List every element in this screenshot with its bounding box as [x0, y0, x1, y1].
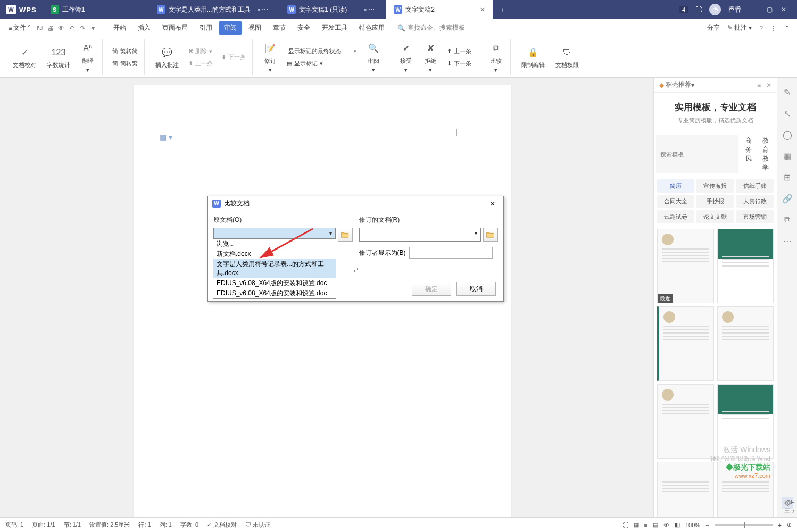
- template-search-input[interactable]: [656, 135, 738, 173]
- status-proof[interactable]: ✓ 文档校对: [207, 521, 237, 529]
- status-col[interactable]: 列: 1: [160, 521, 172, 529]
- chip-marketing[interactable]: 市场营销: [736, 210, 774, 223]
- show-markup-button[interactable]: ▤ 显示标记 ▾: [285, 59, 359, 69]
- dropdown-item-selected[interactable]: 文字是人类用符号记录表...的方式和工具.docx: [213, 259, 336, 278]
- tab-security[interactable]: 安全: [292, 21, 316, 35]
- review-pane-button[interactable]: 🔍审阅 ▾: [363, 39, 384, 76]
- qat-more-icon[interactable]: ▾: [89, 24, 97, 32]
- annotate-button[interactable]: ✎ 批注 ▾: [727, 23, 752, 32]
- close-icon[interactable]: ✕: [781, 6, 786, 13]
- s2t-button[interactable]: 简 繁转简: [110, 46, 140, 56]
- tab-doc-tools[interactable]: W 文字是人类用...的方式和工具 ▫ ⋯: [150, 0, 280, 19]
- dropdown-item-newdoc[interactable]: 新文档.docx: [213, 249, 336, 259]
- insert-comment-button[interactable]: 💬插入批注: [152, 44, 182, 71]
- template-thumb[interactable]: [717, 306, 774, 381]
- prev-change-button[interactable]: ⬆ 上一条: [445, 46, 474, 56]
- permissions-button[interactable]: 🛡文档权限: [552, 44, 582, 71]
- tab-start[interactable]: 开始: [108, 21, 131, 35]
- view-focus-icon[interactable]: ◧: [675, 521, 680, 528]
- fit-icon[interactable]: ⊕: [787, 521, 792, 528]
- dialog-close-icon[interactable]: ✕: [486, 200, 499, 207]
- status-setval[interactable]: 设置值: 2.5厘米: [89, 521, 130, 529]
- tab-review[interactable]: 审阅: [219, 21, 242, 35]
- chip-hr[interactable]: 人资行政: [736, 195, 774, 208]
- filter-education[interactable]: 教育教学: [757, 133, 777, 176]
- browse-revised-button[interactable]: [483, 228, 498, 242]
- compare-button[interactable]: ⧉比较 ▾: [486, 39, 506, 76]
- edit-icon[interactable]: ✎: [782, 86, 793, 98]
- tab-layout[interactable]: 页面布局: [157, 21, 193, 35]
- template-thumb[interactable]: [657, 462, 714, 517]
- group-icon[interactable]: ⧉: [782, 214, 793, 226]
- tab-doc1-readonly[interactable]: W 文字文稿1 (只读) ▫ ⋯: [280, 0, 386, 19]
- t2s-button[interactable]: 简 简转繁: [110, 59, 140, 69]
- maximize-icon[interactable]: ▢: [767, 6, 773, 13]
- more-icon[interactable]: ⋯: [782, 235, 793, 247]
- new-tab-button[interactable]: ＋: [493, 0, 512, 19]
- view-print-icon[interactable]: ▦: [634, 521, 639, 528]
- gift-icon[interactable]: ⛶: [695, 6, 702, 13]
- ok-button[interactable]: 确定: [412, 282, 451, 296]
- undo-icon[interactable]: ↶: [68, 24, 76, 32]
- template-thumb[interactable]: [657, 306, 714, 381]
- status-section[interactable]: 节: 1/1: [64, 521, 81, 529]
- status-cert[interactable]: 🛡 未认证: [245, 521, 270, 529]
- browse-original-button[interactable]: [338, 228, 353, 242]
- accept-button[interactable]: ✔接受 ▾: [396, 39, 416, 76]
- restrict-edit-button[interactable]: 🔒限制编辑: [518, 44, 548, 71]
- view-outline-icon[interactable]: ≡: [644, 522, 647, 528]
- chip-hand[interactable]: 手抄报: [696, 195, 734, 208]
- save-icon[interactable]: 🖫: [36, 24, 44, 32]
- tab-section[interactable]: 章节: [268, 21, 291, 35]
- status-line[interactable]: 行: 1: [138, 521, 151, 529]
- next-change-button[interactable]: ⬇ 下一条: [445, 59, 474, 69]
- notification-badge[interactable]: 4: [679, 6, 688, 13]
- dropdown-item-edius1[interactable]: EDIUS_v6.08_X64版的安装和设置.doc: [213, 278, 336, 288]
- user-avatar[interactable]: ◔: [709, 4, 721, 15]
- vertical-scrollbar[interactable]: [645, 78, 653, 517]
- layout-icon[interactable]: ▦: [782, 150, 793, 162]
- tab-close-icon[interactable]: ✕: [480, 6, 485, 13]
- cancel-button[interactable]: 取消: [456, 282, 496, 296]
- panel-menu-icon[interactable]: ≡: [757, 81, 761, 89]
- ribbon-options-icon[interactable]: ⋮: [770, 24, 777, 32]
- tab-special[interactable]: 特色应用: [354, 21, 390, 35]
- template-thumb[interactable]: [717, 229, 774, 303]
- template-thumb[interactable]: 最近: [657, 229, 714, 303]
- chip-exam[interactable]: 试题试卷: [657, 210, 694, 223]
- minimize-icon[interactable]: —: [752, 6, 758, 13]
- link-icon[interactable]: 🔗: [782, 193, 793, 204]
- tab-dev[interactable]: 开发工具: [317, 21, 353, 35]
- tab-ref[interactable]: 引用: [194, 21, 218, 35]
- view-fullscreen-icon[interactable]: ⛶: [622, 522, 628, 528]
- reviser-input[interactable]: [409, 247, 493, 259]
- track-display-combo[interactable]: 显示标记的最终状态: [285, 46, 359, 56]
- dropdown-item-edius2[interactable]: EDIUS_v6.08_X64版的安装和设置.doc: [213, 288, 336, 298]
- zoom-slider[interactable]: [715, 524, 773, 526]
- filter-business[interactable]: 商务风: [740, 133, 757, 176]
- chip-thesis[interactable]: 论文文献: [696, 210, 734, 223]
- tab-workbook1[interactable]: S 工作簿1: [43, 0, 150, 19]
- status-pageof[interactable]: 页面: 1/1: [32, 521, 55, 529]
- command-search[interactable]: 🔍 查找命令、搜索模板: [397, 23, 465, 32]
- zoom-in-icon[interactable]: +: [778, 522, 782, 528]
- zoom-level[interactable]: 100%: [685, 522, 700, 528]
- panel-close-icon[interactable]: ✕: [766, 81, 771, 89]
- chip-letter[interactable]: 信纸手账: [736, 179, 774, 193]
- share-button[interactable]: 分享: [707, 23, 720, 32]
- app-menu-button[interactable]: ≡ 文件 ˅: [5, 21, 34, 35]
- tab-view[interactable]: 视图: [243, 21, 267, 35]
- wordcount-button[interactable]: 123字数统计: [44, 44, 73, 71]
- select-icon[interactable]: ↖: [782, 107, 793, 119]
- chip-contract[interactable]: 合同大全: [657, 195, 694, 208]
- chip-resume[interactable]: 简历: [657, 179, 694, 193]
- print-icon[interactable]: 🖨: [46, 24, 55, 32]
- dropdown-item-browse[interactable]: 浏览...: [213, 239, 336, 249]
- status-pageno[interactable]: 页码: 1: [5, 521, 23, 529]
- print-preview-icon[interactable]: 👁: [57, 24, 65, 32]
- zoom-out-icon[interactable]: −: [705, 522, 709, 528]
- help-icon[interactable]: ?: [759, 24, 763, 32]
- track-changes-button[interactable]: 📝修订 ▾: [260, 39, 280, 76]
- shape-icon[interactable]: ◯: [782, 129, 793, 140]
- proof-button[interactable]: ✓文档校对: [10, 44, 39, 71]
